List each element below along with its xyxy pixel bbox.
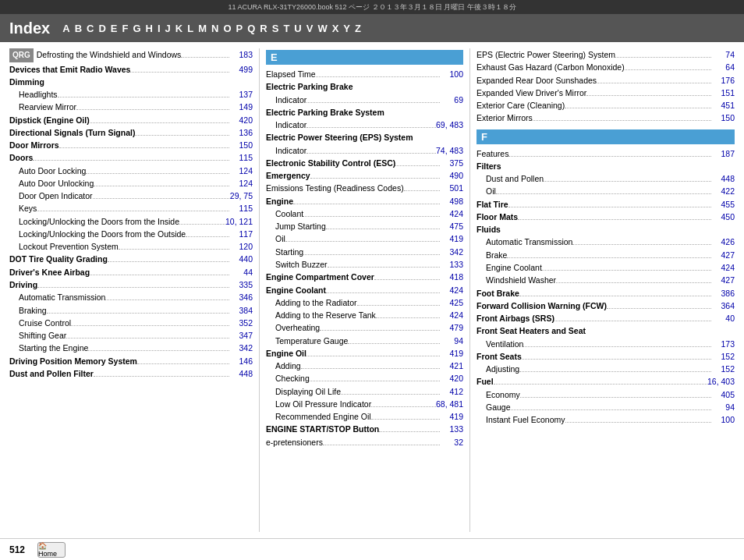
entry-page[interactable]: 375 [440,157,463,169]
index-letter-i[interactable]: I [158,23,161,34]
entry-page[interactable]: 136 [229,126,253,139]
index-letter-m[interactable]: M [198,23,207,34]
index-letter-a[interactable]: A [62,23,69,34]
entry-page[interactable]: 146 [229,355,253,367]
entry-page[interactable]: 455 [711,198,735,211]
index-letter-d[interactable]: D [98,23,105,34]
index-letter-s[interactable]: S [272,23,279,34]
entry-page[interactable]: 479 [440,321,463,334]
entry-page[interactable]: 475 [440,220,463,232]
entry-page[interactable]: 347 [229,329,253,342]
index-letter-p[interactable]: P [236,23,243,34]
index-letter-v[interactable]: V [306,23,314,34]
index-letter-o[interactable]: O [223,23,231,34]
entry-page[interactable]: 352 [229,317,253,329]
index-letter-z[interactable]: Z [355,23,361,34]
entry-page[interactable]: 120 [229,240,253,253]
entry-page[interactable]: 152 [711,363,735,375]
entry-page[interactable]: 426 [711,236,735,248]
entry-page[interactable]: 424 [711,261,735,274]
index-letter-c[interactable]: C [87,23,94,34]
index-letter-y[interactable]: Y [343,23,350,34]
entry-page[interactable]: 74 [711,48,735,61]
entry-page[interactable]: 124 [229,165,253,177]
entry-page[interactable]: 150 [711,112,735,124]
index-letter-e[interactable]: E [111,23,118,34]
index-letter-q[interactable]: Q [247,23,255,34]
entry-page[interactable]: 420 [440,372,463,385]
entry-page[interactable]: 137 [229,88,253,101]
entry-page[interactable]: 440 [229,253,253,265]
entry-page[interactable]: 364 [711,299,735,312]
entry-page[interactable]: 425 [440,296,463,309]
entry-page[interactable]: 450 [711,211,735,223]
entry-page[interactable]: 427 [711,249,735,261]
entry-page[interactable]: 64 [711,61,735,73]
entry-page[interactable]: 150 [229,139,253,151]
entry-page[interactable]: 490 [440,169,463,182]
entry-page[interactable]: 419 [440,410,463,423]
entry-page[interactable]: 100 [440,68,463,80]
entry-page[interactable]: 420 [229,114,253,126]
index-letter-h[interactable]: H [146,23,153,34]
entry-page[interactable]: 29, 75 [229,190,253,202]
entry-page[interactable]: 448 [711,172,735,185]
entry-page[interactable]: 10, 121 [225,215,253,228]
entry-page[interactable]: 124 [229,177,253,190]
entry-page[interactable]: 422 [711,185,735,197]
entry-page[interactable]: 424 [440,284,463,296]
entry-page[interactable]: 419 [440,347,463,360]
entry-page[interactable]: 44 [229,266,253,278]
entry-page[interactable]: 501 [440,182,463,194]
index-letter-r[interactable]: R [260,23,267,34]
entry-page[interactable]: 451 [711,99,735,112]
entry-page[interactable]: 149 [229,101,253,113]
index-letter-g[interactable]: G [133,23,140,34]
entry-page[interactable]: 183 [229,48,253,61]
entry-page[interactable]: 151 [711,87,735,99]
home-button[interactable]: 🏠 Home [37,542,66,558]
entry-page[interactable]: 133 [440,423,463,435]
index-letter-w[interactable]: W [317,23,327,34]
entry-page[interactable]: 32 [440,436,463,448]
entry-page[interactable]: 115 [229,202,253,214]
index-letter-k[interactable]: K [175,23,182,34]
entry-page[interactable]: 498 [440,195,463,207]
entry-page[interactable]: 94 [711,401,735,413]
entry-page[interactable]: 384 [229,304,253,317]
entry-page[interactable]: 342 [229,342,253,354]
entry-page[interactable]: 386 [711,287,735,299]
entry-page[interactable]: 40 [711,312,735,324]
entry-page[interactable]: 68, 481 [436,398,463,410]
entry-page[interactable]: 173 [711,338,735,350]
index-letter-n[interactable]: N [211,23,218,34]
entry-page[interactable]: 152 [711,350,735,363]
index-letter-u[interactable]: U [294,23,301,34]
entry-page[interactable]: 115 [229,151,253,164]
entry-page[interactable]: 342 [440,246,463,258]
entry-page[interactable]: 499 [229,63,253,76]
index-letter-l[interactable]: L [187,23,193,34]
entry-page[interactable]: 16, 403 [707,375,735,388]
entry-page[interactable]: 94 [440,335,463,347]
index-letter-b[interactable]: B [75,23,82,34]
entry-page[interactable]: 427 [711,274,735,286]
entry-page[interactable]: 419 [440,232,463,245]
entry-page[interactable]: 74, 483 [436,144,463,157]
index-letter-t[interactable]: T [283,23,289,34]
entry-page[interactable]: 187 [711,147,735,160]
entry-page[interactable]: 133 [440,258,463,271]
entry-page[interactable]: 69 [440,94,463,106]
entry-page[interactable]: 424 [440,207,463,220]
index-letter-x[interactable]: X [332,23,339,34]
index-letter-f[interactable]: F [122,23,128,34]
entry-page[interactable]: 69, 483 [436,119,463,131]
entry-page[interactable]: 335 [229,278,253,291]
index-letter-j[interactable]: J [165,23,171,34]
entry-page[interactable]: 448 [229,367,253,380]
entry-page[interactable]: 418 [440,271,463,283]
entry-page[interactable]: 176 [711,74,735,87]
entry-page[interactable]: 412 [440,385,463,398]
entry-page[interactable]: 346 [229,291,253,303]
entry-page[interactable]: 100 [711,413,735,426]
